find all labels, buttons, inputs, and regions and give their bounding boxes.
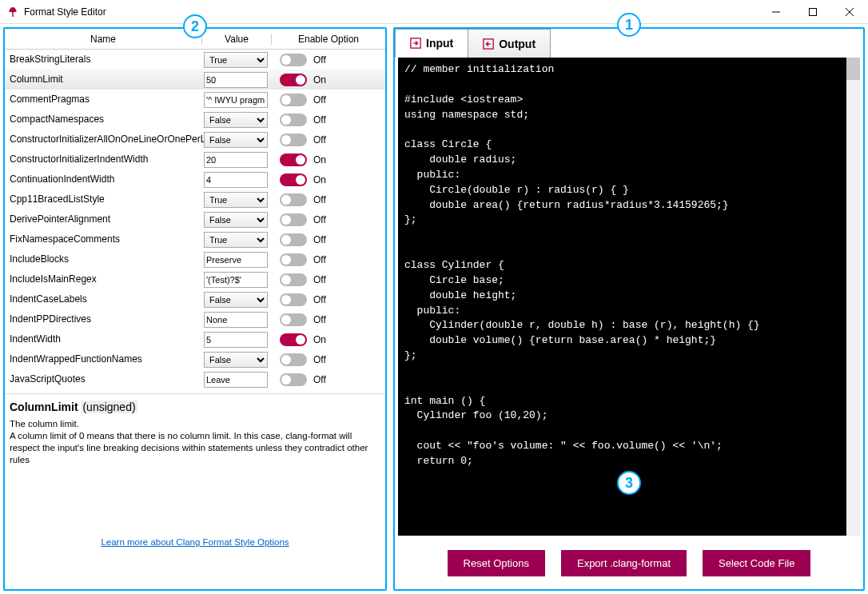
enable-toggle[interactable] <box>280 193 307 206</box>
option-row[interactable]: DerivePointerAlignmentFalseOff <box>5 209 385 229</box>
enable-toggle[interactable] <box>280 373 307 386</box>
enable-toggle[interactable] <box>280 173 307 186</box>
tab-input[interactable]: Input <box>395 29 468 58</box>
tab-output[interactable]: Output <box>468 29 551 58</box>
detail-type: (unsigned) <box>81 401 137 413</box>
enable-toggle[interactable] <box>280 333 307 346</box>
option-row[interactable]: ColumnLimitOn <box>5 70 385 90</box>
option-value-input[interactable]: False <box>204 292 268 308</box>
callout-1: 1 <box>617 13 641 37</box>
option-name: CommentPragmas <box>5 94 201 105</box>
enable-toggle[interactable] <box>280 74 307 86</box>
enable-toggle[interactable] <box>280 94 307 106</box>
option-name: IncludeIsMainRegex <box>5 273 201 285</box>
enable-label: On <box>313 74 326 86</box>
enable-label: Off <box>313 294 326 305</box>
option-name: Cpp11BracedListStyle <box>5 193 201 205</box>
option-name: BreakStringLiterals <box>5 54 201 65</box>
option-name: JavaScriptQuotes <box>5 373 201 385</box>
option-name: IndentWrappedFunctionNames <box>5 353 201 365</box>
option-value-input[interactable] <box>204 152 268 168</box>
detail-panel: ColumnLimit (unsigned) The column limit.… <box>5 393 385 472</box>
option-value-input[interactable]: True <box>204 192 268 208</box>
window-title: Format Style Editor <box>24 6 106 18</box>
tab-input-label: Input <box>426 37 453 50</box>
close-button[interactable] <box>831 0 868 24</box>
enable-label: Off <box>313 234 326 245</box>
option-name: CompactNamespaces <box>5 114 201 125</box>
header-value: Value <box>201 34 272 45</box>
option-value-input[interactable]: True <box>204 232 268 248</box>
option-row[interactable]: IncludeBlocksOff <box>5 249 385 269</box>
enable-toggle[interactable] <box>280 273 307 286</box>
enable-toggle[interactable] <box>280 114 307 126</box>
option-value-input[interactable] <box>204 312 268 328</box>
option-row[interactable]: JavaScriptQuotesOff <box>5 369 385 389</box>
detail-line2: A column limit of 0 means that there is … <box>10 430 380 466</box>
code-scrollbar[interactable] <box>846 58 860 536</box>
titlebar: Format Style Editor <box>0 0 868 24</box>
option-row[interactable]: CommentPragmasOff <box>5 90 385 110</box>
option-value-input[interactable]: True <box>204 52 268 68</box>
enable-toggle[interactable] <box>280 233 307 246</box>
enable-toggle[interactable] <box>280 213 307 226</box>
callout-2: 2 <box>183 14 207 38</box>
enable-label: Off <box>313 54 326 66</box>
option-value-input[interactable] <box>204 272 268 288</box>
option-name: IndentPPDirectives <box>5 313 201 325</box>
enable-toggle[interactable] <box>280 253 307 266</box>
option-row[interactable]: IndentCaseLabelsFalseOff <box>5 289 385 309</box>
reset-options-button[interactable]: Reset Options <box>448 550 545 576</box>
option-value-input[interactable]: False <box>204 132 268 148</box>
option-row[interactable]: ContinuationIndentWidthOn <box>5 169 385 189</box>
option-value-input[interactable] <box>204 372 268 388</box>
option-row[interactable]: IndentPPDirectivesOff <box>5 309 385 329</box>
option-row[interactable]: FixNamespaceCommentsTrueOff <box>5 229 385 249</box>
enable-label: On <box>313 154 326 165</box>
option-name: IndentWidth <box>5 333 201 345</box>
detail-name: ColumnLimit <box>10 401 78 413</box>
enable-toggle[interactable] <box>280 313 307 326</box>
input-icon <box>410 38 421 49</box>
code-editor[interactable]: // member initialization #include <iostr… <box>398 58 860 536</box>
enable-toggle[interactable] <box>280 153 307 166</box>
option-value-input[interactable]: False <box>204 212 268 228</box>
enable-toggle[interactable] <box>280 54 307 66</box>
enable-toggle[interactable] <box>280 353 307 366</box>
callout-3: 3 <box>617 471 641 495</box>
option-value-input[interactable] <box>204 252 268 268</box>
option-name: IndentCaseLabels <box>5 293 201 305</box>
option-value-input[interactable]: False <box>204 112 268 128</box>
option-row[interactable]: IncludeIsMainRegexOff <box>5 269 385 289</box>
enable-toggle[interactable] <box>280 293 307 306</box>
select-code-file-button[interactable]: Select Code File <box>703 550 810 576</box>
enable-toggle[interactable] <box>280 134 307 146</box>
app-icon <box>6 6 19 18</box>
option-row[interactable]: ConstructorInitializerIndentWidthOn <box>5 149 385 169</box>
enable-label: Off <box>313 214 326 225</box>
enable-label: On <box>313 174 326 185</box>
header-enable: Enable Option <box>272 34 385 45</box>
maximize-button[interactable] <box>794 0 831 24</box>
option-value-input[interactable] <box>204 172 268 188</box>
option-row[interactable]: IndentWrappedFunctionNamesFalseOff <box>5 349 385 369</box>
option-value-input[interactable]: False <box>204 352 268 368</box>
export-clang-format-button[interactable]: Export .clang-format <box>561 550 687 576</box>
option-value-input[interactable] <box>204 92 268 108</box>
minimize-button[interactable] <box>758 0 794 24</box>
enable-label: Off <box>313 94 326 106</box>
option-name: ContinuationIndentWidth <box>5 173 201 185</box>
option-row[interactable]: BreakStringLiteralsTrueOff <box>5 50 385 70</box>
enable-label: Off <box>313 134 326 146</box>
option-row[interactable]: Cpp11BracedListStyleTrueOff <box>5 189 385 209</box>
options-list[interactable]: BreakStringLiteralsTrueOffColumnLimitOnC… <box>5 50 385 393</box>
option-row[interactable]: ConstructorInitializerAllOnOneLineOrOneP… <box>5 130 385 149</box>
enable-label: Off <box>313 194 326 205</box>
option-value-input[interactable] <box>204 72 268 88</box>
option-row[interactable]: CompactNamespacesFalseOff <box>5 110 385 130</box>
learn-more-link[interactable]: Learn more about Clang Format Style Opti… <box>101 537 289 547</box>
option-value-input[interactable] <box>204 332 268 348</box>
enable-label: Off <box>313 274 326 285</box>
option-row[interactable]: IndentWidthOn <box>5 329 385 349</box>
svg-rect-1 <box>810 8 817 15</box>
